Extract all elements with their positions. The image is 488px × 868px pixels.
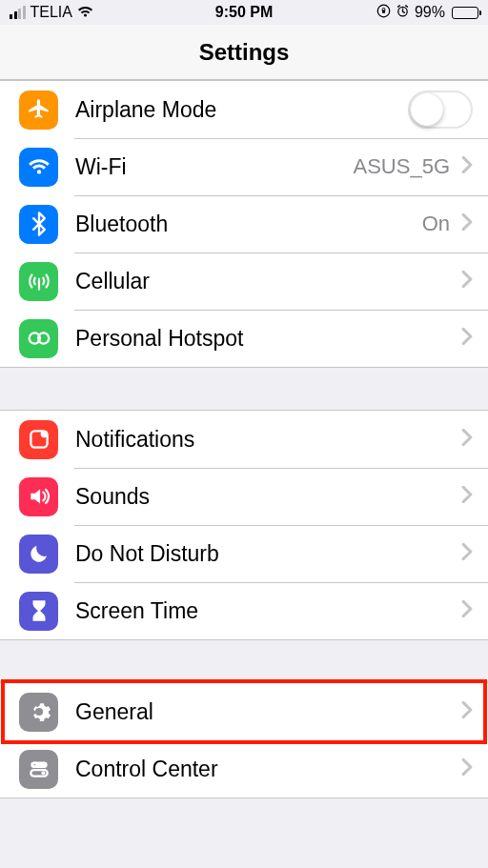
highlighted-row-wrap: General xyxy=(0,683,488,740)
battery-pct: 99% xyxy=(415,4,445,21)
settings-group-general: General Control Center xyxy=(0,682,488,798)
cellular-icon xyxy=(19,262,58,301)
page-title: Settings xyxy=(0,25,488,80)
settings-group-notifications: Notifications Sounds Do Not Disturb Scre… xyxy=(0,410,488,640)
row-value: ASUS_5G xyxy=(354,154,451,179)
row-label: Bluetooth xyxy=(75,212,422,237)
svg-point-10 xyxy=(41,771,45,775)
wifi-icon xyxy=(19,148,58,187)
status-bar: TELIA 9:50 PM 99% xyxy=(0,0,488,25)
chevron-right-icon xyxy=(461,271,473,292)
row-airplane-mode[interactable]: Airplane Mode xyxy=(0,81,488,138)
chevron-right-icon xyxy=(461,701,473,722)
sounds-icon xyxy=(19,477,58,516)
signal-icon xyxy=(10,6,26,19)
orientation-lock-icon xyxy=(376,4,391,21)
settings-group-connectivity: Airplane Mode Wi-Fi ASUS_5G Bluetooth On… xyxy=(0,80,488,368)
row-label: Wi-Fi xyxy=(75,154,354,180)
row-control-center[interactable]: Control Center xyxy=(0,740,488,797)
status-right: 99% xyxy=(376,4,478,21)
chevron-right-icon xyxy=(461,213,473,234)
chevron-right-icon xyxy=(461,486,473,507)
chevron-right-icon xyxy=(461,600,473,621)
row-do-not-disturb[interactable]: Do Not Disturb xyxy=(0,525,488,582)
row-value: On xyxy=(422,212,450,236)
chevron-right-icon xyxy=(461,328,473,349)
chevron-right-icon xyxy=(461,429,473,450)
row-label: Airplane Mode xyxy=(75,97,408,123)
gear-icon xyxy=(19,693,58,732)
airplane-icon xyxy=(19,91,58,130)
row-sounds[interactable]: Sounds xyxy=(0,468,488,525)
bluetooth-icon xyxy=(19,205,58,244)
notifications-icon xyxy=(19,420,58,459)
row-bluetooth[interactable]: Bluetooth On xyxy=(0,195,488,252)
chevron-right-icon xyxy=(461,156,473,177)
wifi-status-icon xyxy=(77,5,93,21)
battery-icon xyxy=(450,7,478,19)
row-screen-time[interactable]: Screen Time xyxy=(0,582,488,639)
row-notifications[interactable]: Notifications xyxy=(0,411,488,468)
row-label: General xyxy=(75,699,461,725)
row-label: Do Not Disturb xyxy=(75,541,461,567)
hotspot-icon xyxy=(19,319,58,358)
row-wifi[interactable]: Wi-Fi ASUS_5G xyxy=(0,138,488,195)
chevron-right-icon xyxy=(461,758,473,779)
row-label: Sounds xyxy=(75,484,461,510)
row-label: Screen Time xyxy=(75,598,461,624)
row-label: Personal Hotspot xyxy=(75,326,461,352)
row-label: Notifications xyxy=(75,427,461,453)
row-label: Cellular xyxy=(75,269,461,294)
moon-icon xyxy=(19,535,58,574)
row-cellular[interactable]: Cellular xyxy=(0,252,488,310)
airplane-mode-toggle[interactable] xyxy=(408,91,473,129)
svg-rect-1 xyxy=(382,10,385,13)
chevron-right-icon xyxy=(461,543,473,564)
status-left: TELIA xyxy=(10,4,93,21)
svg-point-8 xyxy=(32,763,36,767)
carrier-label: TELIA xyxy=(30,4,72,21)
row-label: Control Center xyxy=(75,757,461,782)
hourglass-icon xyxy=(19,592,58,631)
row-hotspot[interactable]: Personal Hotspot xyxy=(0,310,488,367)
row-general[interactable]: General xyxy=(0,683,488,740)
control-center-icon xyxy=(19,750,58,789)
svg-point-6 xyxy=(40,431,48,438)
alarm-icon xyxy=(396,4,410,21)
